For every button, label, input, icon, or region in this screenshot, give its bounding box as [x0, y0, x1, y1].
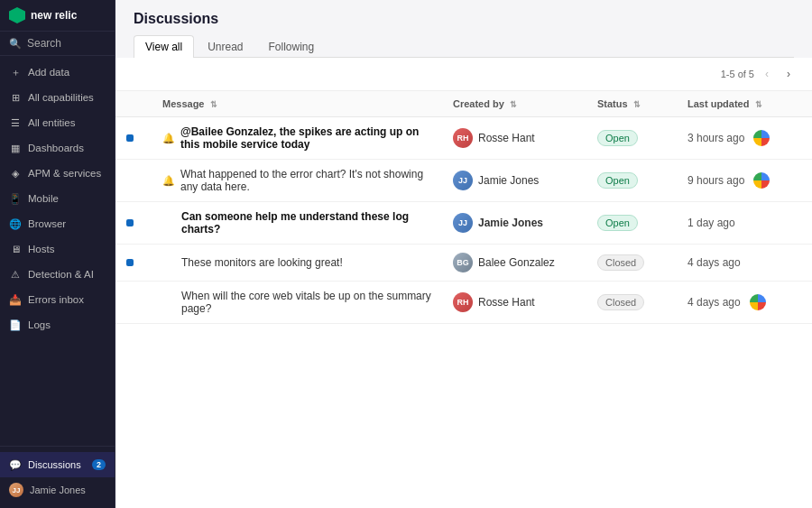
sidebar-item-detection-ai[interactable]: ⚠ Detection & AI: [0, 262, 115, 287]
creator-cell: BGBalee Gonzalez: [442, 245, 586, 282]
creator-cell: JJJamie Jones: [442, 160, 586, 202]
main-content: Discussions View all Unread Following 1-…: [115, 0, 812, 508]
status-cell: Closed: [586, 245, 677, 282]
bell-icon: 🔔: [162, 175, 175, 187]
search-label: Search: [27, 37, 61, 50]
nav-label: Mobile: [28, 193, 59, 204]
sidebar-item-user[interactable]: JJ Jamie Jones: [0, 477, 115, 503]
table-row[interactable]: When will the core web vitals be up on t…: [115, 282, 812, 324]
sidebar-bottom: 💬 Discussions 2 JJ Jamie Jones: [0, 446, 115, 508]
time-text: 4 days ago: [687, 256, 741, 269]
collab-icon: [752, 171, 771, 190]
prev-page-button[interactable]: ‹: [758, 65, 776, 83]
next-page-button[interactable]: ›: [780, 65, 798, 83]
sidebar-item-errors-inbox[interactable]: 📥 Errors inbox: [0, 287, 115, 312]
creator-name: Jamie Jones: [478, 174, 539, 187]
row-indicator-cell: [115, 160, 152, 202]
app-logo: new relic: [0, 0, 115, 31]
sort-icon-status: ⇅: [633, 100, 641, 109]
apm-icon: ◈: [9, 167, 22, 180]
creator-cell: RHRosse Hant: [442, 282, 586, 324]
status-badge: Open: [597, 215, 638, 231]
nav-label: Detection & AI: [28, 269, 94, 280]
tab-view-all[interactable]: View all: [134, 35, 194, 58]
discussions-table: Message ⇅ Created by ⇅ Status ⇅ Last upd…: [115, 91, 812, 324]
time-text: 4 days ago: [687, 296, 741, 309]
row-indicator-cell: [115, 282, 152, 324]
table-body: 🔔@Bailee Gonzalez, the spikes are acting…: [115, 117, 812, 324]
col-status-header: Status ⇅: [586, 91, 677, 117]
main-header: Discussions View all Unread Following: [115, 0, 812, 58]
creator-name: Rosse Hant: [478, 296, 535, 309]
col-indicator: [115, 91, 152, 117]
time-text: 9 hours ago: [687, 174, 744, 187]
last-updated-cell: 4 days ago: [677, 282, 812, 324]
message-cell: Can someone help me understand these log…: [152, 202, 442, 245]
inbox-icon: 📥: [9, 293, 22, 306]
sidebar-item-logs[interactable]: 📄 Logs: [0, 312, 115, 337]
sidebar-item-apm-services[interactable]: ◈ APM & services: [0, 161, 115, 186]
tab-unread[interactable]: Unread: [196, 35, 254, 58]
table-row[interactable]: These monitors are looking great!BGBalee…: [115, 245, 812, 282]
list-icon: ☰: [9, 116, 22, 129]
sidebar-item-hosts[interactable]: 🖥 Hosts: [0, 236, 115, 262]
discussions-badge: 2: [92, 459, 106, 470]
nav-label: Hosts: [28, 244, 54, 254]
message-text: These monitors are looking great!: [181, 256, 343, 269]
no-indicator: [126, 299, 134, 306]
status-cell: Open: [586, 160, 677, 202]
status-cell: Open: [586, 202, 677, 245]
discussions-icon: 💬: [9, 458, 22, 471]
creator-name: Balee Gonzalez: [478, 256, 555, 269]
search-icon: 🔍: [9, 38, 22, 50]
sidebar-item-dashboards[interactable]: ▦ Dashboards: [0, 135, 115, 161]
sidebar-item-browser[interactable]: 🌐 Browser: [0, 211, 115, 236]
tab-following[interactable]: Following: [257, 35, 327, 58]
table-row[interactable]: 🔔What happened to the error chart? It's …: [115, 160, 812, 202]
creator-cell: RHRosse Hant: [442, 117, 586, 160]
sidebar-item-discussions[interactable]: 💬 Discussions 2: [0, 452, 115, 477]
bell-icon: 🔔: [162, 133, 175, 144]
status-badge: Closed: [597, 254, 644, 271]
row-indicator-cell: [115, 245, 152, 282]
sidebar-item-all-entities[interactable]: ☰ All entities: [0, 110, 115, 135]
pagination-label: 1-5 of 5: [721, 69, 754, 79]
sidebar-nav: ＋ Add data ⊞ All capabilities ☰ All enti…: [0, 56, 115, 446]
message-cell: When will the core web vitals be up on t…: [152, 282, 442, 324]
dashboard-icon: ▦: [9, 142, 22, 154]
table-row[interactable]: 🔔@Bailee Gonzalez, the spikes are acting…: [115, 117, 812, 160]
nav-label: Errors inbox: [28, 294, 84, 305]
creator-avatar: JJ: [453, 171, 473, 190]
logo-icon: [9, 7, 25, 23]
nav-label: Dashboards: [28, 143, 84, 153]
sidebar-item-mobile[interactable]: 📱 Mobile: [0, 186, 115, 211]
unread-indicator: [126, 219, 134, 226]
col-lastupdated-header: Last updated ⇅: [677, 91, 812, 117]
message-text: Can someone help me understand these log…: [181, 210, 431, 236]
sidebar-item-all-capabilities[interactable]: ⊞ All capabilities: [0, 85, 115, 110]
discussions-label: Discussions: [28, 459, 81, 470]
creator-cell: JJJamie Jones: [442, 202, 586, 245]
table-row[interactable]: Can someone help me understand these log…: [115, 202, 812, 245]
pagination-controls: 1-5 of 5 ‹ ›: [721, 65, 798, 83]
sort-icon-updated: ⇅: [755, 100, 762, 109]
creator-avatar: JJ: [453, 213, 473, 233]
nav-label: APM & services: [28, 168, 101, 179]
user-avatar: JJ: [9, 483, 23, 497]
table-toolbar: 1-5 of 5 ‹ ›: [115, 58, 812, 91]
sidebar-item-add-data[interactable]: ＋ Add data: [0, 60, 115, 85]
table-header-row: Message ⇅ Created by ⇅ Status ⇅ Last upd…: [115, 91, 812, 117]
add-data-label: Add data: [28, 67, 69, 78]
row-indicator-cell: [115, 117, 152, 160]
nav-label: Browser: [28, 218, 66, 229]
creator-avatar: RH: [453, 292, 473, 312]
host-icon: 🖥: [9, 243, 22, 255]
plus-icon: ＋: [9, 66, 22, 79]
search-button[interactable]: 🔍 Search: [0, 31, 115, 56]
creator-avatar: RH: [453, 128, 473, 148]
sort-icon-message: ⇅: [210, 100, 217, 109]
logs-icon: 📄: [9, 319, 22, 331]
mobile-icon: 📱: [9, 192, 22, 205]
message-cell: These monitors are looking great!: [152, 245, 442, 282]
nav-label: All entities: [28, 117, 75, 128]
